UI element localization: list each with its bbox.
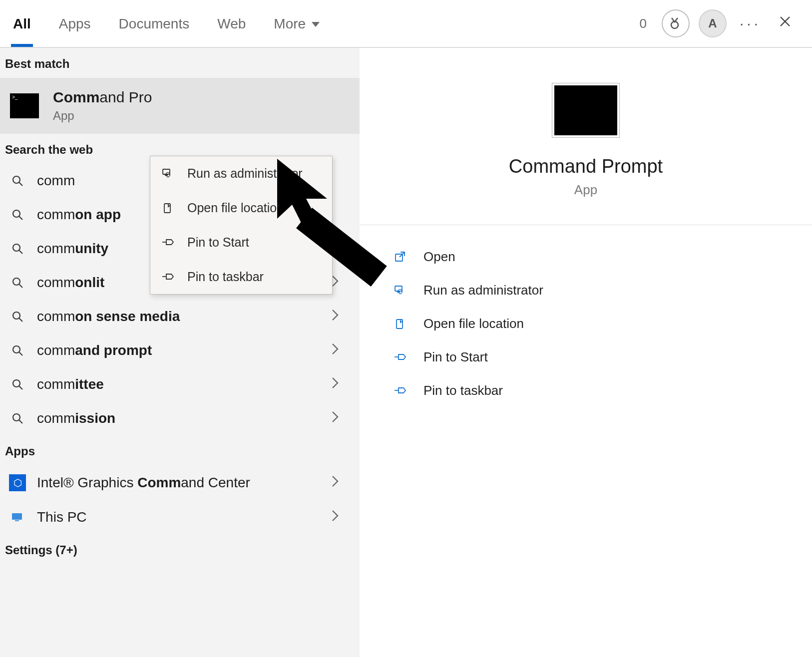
admin-icon	[161, 168, 176, 180]
medal-icon	[670, 17, 682, 30]
folder-icon	[161, 202, 176, 214]
chevron-right-icon	[330, 411, 351, 426]
preview-action-label: Pin to taskbar	[423, 383, 503, 398]
suggestion-text: common sense media	[37, 309, 319, 325]
web-suggestion[interactable]: commission	[0, 401, 360, 435]
context-menu-label: Open file location	[187, 201, 284, 215]
section-best-match: Best match	[0, 48, 360, 78]
web-suggestion[interactable]: common sense media	[0, 300, 360, 333]
web-suggestion[interactable]: command prompt	[0, 333, 360, 367]
tab-all[interactable]: All	[10, 16, 34, 47]
best-match-subtitle: App	[53, 109, 152, 123]
section-settings[interactable]: Settings (7+)	[0, 534, 360, 564]
preview-action-label: Open	[423, 249, 455, 265]
context-menu-item[interactable]: Open file location	[150, 191, 332, 225]
caret-down-icon	[311, 19, 321, 28]
cmd-prompt-icon: >_	[10, 93, 39, 118]
open-icon	[393, 251, 409, 263]
app-result[interactable]: This PC	[0, 500, 360, 534]
preview-app-icon	[552, 83, 620, 138]
app-result-text: This PC	[37, 509, 319, 525]
close-button[interactable]	[774, 13, 798, 34]
best-match-result[interactable]: >_ Command Pro App	[0, 78, 360, 134]
preview-panel: Command Prompt App OpenRun as administra…	[360, 48, 812, 657]
account-avatar[interactable]: A	[699, 9, 727, 37]
topbar: AllAppsDocumentsWebMore 0 A ···	[0, 0, 812, 48]
suggestion-text: committee	[37, 376, 319, 392]
preview-action-label: Run as administrator	[423, 283, 543, 298]
best-match-title: Command Pro	[53, 89, 152, 106]
search-icon	[9, 311, 26, 323]
search-icon	[9, 243, 26, 255]
search-icon	[9, 277, 26, 289]
preview-subtitle: App	[574, 182, 597, 198]
section-apps: Apps	[0, 435, 360, 465]
app-result-text: Intel® Graphics Command Center	[37, 475, 319, 491]
rewards-button[interactable]	[662, 9, 690, 37]
preview-action-label: Open file location	[423, 316, 524, 331]
preview-action[interactable]: Open file location	[390, 307, 782, 340]
app-result[interactable]: ⬡Intel® Graphics Command Center	[0, 465, 360, 500]
pin-icon	[393, 351, 409, 363]
chevron-right-icon	[330, 377, 351, 392]
tab-more[interactable]: More	[271, 16, 324, 47]
tab-documents[interactable]: Documents	[116, 16, 193, 47]
this-pc-icon	[9, 511, 26, 523]
close-icon	[779, 15, 793, 29]
context-menu-item[interactable]: Pin to Start	[150, 225, 332, 260]
preview-action[interactable]: Pin to Start	[390, 340, 782, 374]
results-panel: Best match >_ Command Pro App Search the…	[0, 48, 360, 657]
suggestion-text: commission	[37, 410, 319, 426]
chevron-right-icon	[330, 241, 351, 257]
chevron-right-icon	[330, 510, 351, 525]
context-menu: Run as administratorOpen file locationPi…	[150, 156, 333, 295]
search-icon	[9, 209, 26, 221]
chevron-right-icon	[330, 275, 351, 291]
context-menu-item[interactable]: Pin to taskbar	[150, 260, 332, 294]
preview-title: Command Prompt	[509, 156, 663, 177]
context-menu-label: Pin to Start	[187, 235, 249, 250]
context-menu-label: Run as administrator	[187, 166, 303, 181]
tab-apps[interactable]: Apps	[56, 16, 94, 47]
preview-action[interactable]: Run as administrator	[390, 274, 782, 307]
chevron-right-icon	[330, 343, 351, 358]
chevron-right-icon	[330, 309, 351, 325]
context-menu-label: Pin to taskbar	[187, 270, 264, 284]
context-menu-item[interactable]: Run as administrator	[150, 156, 332, 191]
search-icon	[9, 378, 26, 390]
search-icon	[9, 344, 26, 356]
admin-icon	[393, 285, 409, 297]
intel-graphics-icon: ⬡	[9, 474, 26, 491]
preview-action-label: Pin to Start	[423, 349, 488, 365]
folder-icon	[393, 318, 409, 330]
suggestion-text: command prompt	[37, 342, 319, 358]
pin-icon	[161, 271, 176, 283]
more-button[interactable]: ···	[740, 15, 761, 32]
search-icon	[9, 412, 26, 424]
search-icon	[9, 175, 26, 187]
pin-icon	[393, 385, 409, 397]
preview-action[interactable]: Open	[390, 240, 782, 274]
pin-icon	[161, 237, 176, 249]
rewards-count: 0	[640, 16, 647, 31]
chevron-right-icon	[330, 475, 351, 491]
tab-web[interactable]: Web	[214, 16, 249, 47]
preview-action[interactable]: Pin to taskbar	[390, 374, 782, 407]
web-suggestion[interactable]: committee	[0, 367, 360, 401]
